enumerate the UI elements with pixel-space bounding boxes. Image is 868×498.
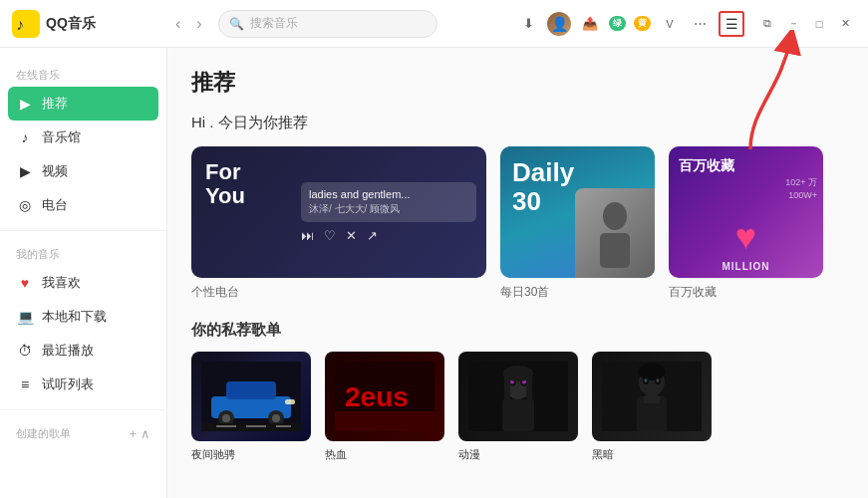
created-label: 创建的歌单 (16, 426, 71, 441)
search-input[interactable]: 搜索音乐 (250, 15, 298, 32)
sidebar: 在线音乐 ▶ 推荐 ♪ 音乐馆 ▶ 视频 ◎ 电台 我的音乐 ♥ 我喜欢 💻 本… (0, 48, 167, 498)
foryou-line2: You (205, 184, 287, 208)
sidebar-item-trial[interactable]: ≡ 试听列表 (0, 368, 166, 401)
online-music-label: 在线音乐 (0, 60, 166, 87)
playlist-section-title: 你的私荐歌单 (191, 321, 844, 340)
recent-icon: ⏱ (16, 343, 34, 359)
person-silhouette (590, 198, 640, 268)
pip-button[interactable]: ⧉ (756, 13, 778, 35)
daily-recommend-subtitle: Hi . 今日为你推荐 (191, 114, 844, 132)
sidebar-item-label-video: 视频 (42, 162, 68, 180)
playlist-name-2: 热血 (325, 447, 444, 462)
back-button[interactable]: ‹ (171, 13, 184, 35)
collapse-playlist-button[interactable]: ∧ (141, 426, 150, 441)
sidebar-item-recent[interactable]: ⏱ 最近播放 (0, 334, 166, 368)
add-playlist-button[interactable]: + (129, 426, 137, 441)
main-layout: 在线音乐 ▶ 推荐 ♪ 音乐馆 ▶ 视频 ◎ 电台 我的音乐 ♥ 我喜欢 💻 本… (0, 48, 868, 498)
created-playlist-section: 创建的歌单 + ∧ (0, 418, 166, 445)
car-visual (201, 362, 301, 431)
sidebar-item-recommend[interactable]: ▶ 推荐 (8, 87, 158, 121)
app-name: QQ音乐 (46, 15, 96, 33)
settings-icon[interactable]: ⋯ (689, 13, 711, 35)
window-controls: ⧉ － □ ✕ (756, 13, 856, 35)
sidebar-item-label-favorites: 我喜欢 (42, 274, 81, 292)
v-icon: V (659, 13, 681, 35)
close-button[interactable]: ✕ (834, 13, 856, 35)
svg-point-33 (638, 363, 666, 380)
million-card[interactable]: 百万收藏 102+ 万 100W+ ♥ MILLION 百万收藏 (669, 146, 823, 301)
svg-text:2eus: 2eus (345, 381, 409, 412)
foryou-song-card: ladies and gentlem... 沐泽/ 七大大/ 顾微风 (301, 182, 476, 222)
sidebar-divider-2 (0, 409, 166, 410)
app-logo: ♪ (12, 10, 40, 38)
million-content: 百万收藏 102+ 万 100W+ ♥ MILLION (669, 146, 823, 278)
svg-rect-15 (246, 425, 266, 427)
playlist-thumb-4 (592, 352, 712, 441)
sidebar-item-label-recent: 最近播放 (42, 342, 94, 360)
svg-point-3 (603, 202, 627, 230)
svg-point-9 (222, 414, 230, 422)
playlist-row: 夜间驰骋 2eus 热血 (191, 352, 844, 462)
red-visual: 2eus (335, 362, 434, 431)
play-button[interactable]: ⏭ (301, 228, 314, 243)
foryou-song-name: ladies and gentlem... (309, 188, 468, 200)
content-area: 推荐 Hi . 今日为你推荐 For You ladies and gentle… (167, 48, 868, 498)
svg-rect-14 (216, 425, 236, 427)
favorites-icon: ♥ (16, 275, 34, 291)
million-label: 百万收藏 (669, 284, 823, 301)
playlist-name-1: 夜间驰骋 (191, 447, 311, 462)
svg-rect-12 (285, 399, 295, 404)
sidebar-item-favorites[interactable]: ♥ 我喜欢 (0, 266, 166, 300)
dislike-button[interactable]: ✕ (346, 228, 357, 243)
sidebar-item-label-recommend: 推荐 (42, 95, 68, 113)
svg-rect-19 (335, 411, 434, 431)
sidebar-divider (0, 230, 166, 231)
sidebar-item-label-radio: 电台 (42, 196, 68, 214)
minimize-button[interactable]: － (782, 13, 804, 35)
sidebar-item-music-hall[interactable]: ♪ 音乐馆 (0, 121, 166, 154)
vip-badge-green: 绿 (609, 16, 626, 31)
for-you-card-inner[interactable]: For You ladies and gentlem... 沐泽/ 七大大/ 顾… (191, 146, 486, 278)
svg-rect-29 (526, 375, 532, 400)
sidebar-item-label-local: 本地和下载 (42, 308, 107, 326)
svg-point-37 (657, 378, 660, 382)
playlist-thumb-1 (191, 352, 311, 441)
svg-rect-4 (600, 233, 630, 268)
foryou-line1: For (205, 160, 287, 184)
playlist-thumb-2: 2eus (325, 352, 444, 441)
vip-badge-yellow: 黄 (634, 16, 651, 31)
music-hall-icon: ♪ (16, 129, 34, 145)
sidebar-item-video[interactable]: ▶ 视频 (0, 154, 166, 188)
my-music-label: 我的音乐 (0, 239, 166, 266)
playlist-card-2[interactable]: 2eus 热血 (325, 352, 444, 462)
more-button[interactable]: ↗ (367, 228, 378, 243)
sidebar-item-label-trial: 试听列表 (42, 375, 94, 393)
playlist-card-1[interactable]: 夜间驰骋 (191, 352, 311, 462)
maximize-button[interactable]: □ (808, 13, 830, 35)
svg-point-36 (645, 378, 648, 382)
radio-icon: ◎ (16, 197, 34, 213)
daily-30-card[interactable]: Daily 30 每日30首 (500, 146, 655, 301)
daily-title: Daily (512, 158, 643, 187)
playlist-name-3: 动漫 (458, 447, 578, 462)
titlebar: ♪ QQ音乐 ‹ › 🔍 搜索音乐 ⬇ 👤 📤 绿 黄 V ⋯ ☰ ⧉ － □ … (0, 0, 868, 48)
menu-button[interactable]: ☰ (719, 11, 744, 37)
million-card-inner[interactable]: 百万收藏 102+ 万 100W+ ♥ MILLION (669, 146, 823, 278)
svg-rect-38 (644, 395, 660, 403)
trial-icon: ≡ (16, 376, 34, 392)
playlist-card-3[interactable]: 动漫 (458, 352, 578, 462)
playlist-card-4[interactable]: 黑暗 (592, 352, 712, 462)
featured-cards-row: For You ladies and gentlem... 沐泽/ 七大大/ 顾… (191, 146, 844, 301)
daily-30-card-inner[interactable]: Daily 30 (500, 146, 655, 278)
for-you-card[interactable]: For You ladies and gentlem... 沐泽/ 七大大/ 顾… (191, 146, 486, 301)
avatar[interactable]: 👤 (547, 12, 571, 36)
recommend-icon: ▶ (16, 96, 34, 112)
like-button[interactable]: ♡ (324, 228, 336, 243)
foryou-title-area: For You (191, 146, 301, 278)
search-bar[interactable]: 🔍 搜索音乐 (218, 10, 437, 38)
foryou-label: 个性电台 (191, 284, 486, 301)
forward-button[interactable]: › (192, 13, 205, 35)
sidebar-item-radio[interactable]: ◎ 电台 (0, 188, 166, 222)
sidebar-item-local[interactable]: 💻 本地和下载 (0, 300, 166, 334)
download-button[interactable]: ⬇ (517, 13, 539, 35)
